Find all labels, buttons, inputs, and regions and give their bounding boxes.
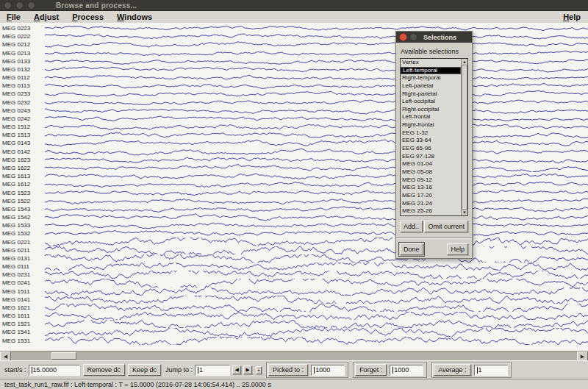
channel-label: MEG 1543: [0, 206, 45, 213]
selection-list-item[interactable]: Right-parietal: [401, 90, 461, 99]
list-scrollbar-thumb[interactable]: [462, 65, 467, 210]
forget-button[interactable]: Forget :: [355, 364, 387, 376]
selection-list-item[interactable]: EEG 97-128: [401, 153, 461, 161]
list-vertical-scrollbar[interactable]: ▲ ▼: [461, 59, 467, 215]
list-scroll-up-icon[interactable]: ▲: [462, 59, 467, 65]
selection-list-item[interactable]: Left-frontal: [401, 113, 461, 121]
channel-row: MEG 0142: [0, 148, 588, 156]
channel-row: MEG 1522: [0, 197, 588, 205]
text-caret: [32, 367, 32, 374]
channel-row: MEG 0241: [0, 279, 588, 287]
channel-trace: [45, 139, 588, 147]
selection-list-item[interactable]: MEG 21-24: [401, 200, 461, 208]
selections-list[interactable]: VertexLeft-temporalRight-temporalLeft-pa…: [401, 59, 461, 215]
channel-trace: [45, 197, 588, 205]
selection-list-item[interactable]: Right-temporal: [401, 74, 461, 82]
average-input[interactable]: 1: [474, 365, 508, 376]
start-input[interactable]: 15.0000: [29, 365, 80, 376]
plus-button[interactable]: +: [256, 366, 262, 374]
channel-row: MEG 0221: [0, 238, 588, 246]
dialog-menu-icon[interactable]: [409, 33, 417, 41]
forget-input[interactable]: 1000: [390, 365, 423, 376]
channel-label: MEG 0231: [0, 271, 45, 278]
picked-to-input[interactable]: 1000: [311, 365, 345, 376]
add-button[interactable]: Add..: [400, 221, 423, 232]
menu-adjust[interactable]: Adjust: [27, 13, 65, 21]
scrollbar-thumb[interactable]: [51, 352, 76, 360]
selection-list-item[interactable]: EEG 33-64: [401, 137, 461, 145]
trace-area[interactable]: MEG 0223MEG 0222MEG 0212MEG 0213MEG 0133…: [0, 23, 588, 351]
close-icon[interactable]: [4, 1, 12, 10]
selection-list-item[interactable]: MEG 01-04: [401, 160, 461, 168]
channel-row: MEG 0132: [0, 65, 588, 74]
channel-trace: [45, 312, 588, 320]
menu-windows[interactable]: Windows: [110, 13, 159, 21]
menu-file[interactable]: File: [0, 13, 27, 21]
picked-to-button[interactable]: Picked to :: [268, 364, 308, 376]
channel-label: MEG 0143: [0, 140, 45, 146]
channel-row: MEG 1531: [0, 337, 588, 345]
selection-list-item[interactable]: MEG 25-26: [401, 207, 461, 215]
selections-dialog[interactable]: Selections Available selections VertexLe…: [395, 31, 473, 259]
step-back-icon[interactable]: ◀: [232, 365, 241, 374]
selection-list-item[interactable]: Vertex: [401, 59, 461, 67]
channel-label: MEG 1531: [0, 338, 45, 344]
channel-trace: [45, 304, 588, 312]
dialog-body: Available selections VertexLeft-temporal…: [396, 43, 472, 258]
channel-trace: [45, 328, 588, 336]
channel-label: MEG 1511: [0, 288, 45, 295]
selection-list-item[interactable]: Right-occipital: [401, 106, 461, 114]
keep-dc-button[interactable]: Keep dc: [128, 364, 161, 376]
remove-dc-button[interactable]: Remove dc: [83, 364, 126, 376]
channel-trace: [45, 221, 588, 229]
minimize-icon[interactable]: [15, 1, 24, 10]
help-button[interactable]: Help: [447, 243, 468, 255]
list-scroll-down-icon[interactable]: ▼: [462, 210, 467, 215]
channel-row: MEG 1623: [0, 156, 588, 164]
scrollbar-track[interactable]: [11, 351, 577, 360]
window-titlebar[interactable]: Browse and process...: [0, 0, 588, 11]
channel-row: MEG 1543: [0, 205, 588, 213]
channel-trace: [45, 74, 588, 82]
selection-list-item[interactable]: MEG 17-20: [401, 192, 461, 200]
selection-list-item[interactable]: Right-frontal: [401, 121, 461, 129]
selection-list-item[interactable]: EEG 65-96: [401, 145, 461, 153]
step-forward-icon[interactable]: ▶: [243, 365, 252, 374]
channel-trace: [45, 246, 588, 254]
channel-label: MEG 1512: [0, 124, 45, 130]
dialog-titlebar[interactable]: Selections: [396, 32, 472, 43]
horizontal-scrollbar[interactable]: ◀ ▶: [0, 351, 588, 360]
menu-process[interactable]: Process: [65, 13, 110, 21]
channel-label: MEG 1622: [0, 165, 45, 171]
forget-group: Forget : 1000: [353, 362, 427, 378]
jump-to-input[interactable]: 1: [195, 365, 230, 376]
channel-trace: [45, 229, 588, 238]
channel-label: MEG 0223: [0, 25, 45, 32]
omit-current-button[interactable]: Omit current: [424, 221, 468, 232]
maximize-icon[interactable]: [27, 1, 35, 10]
channel-label: MEG 0212: [0, 41, 45, 48]
channel-label: MEG 1613: [0, 173, 45, 179]
selection-list-item[interactable]: Left-occipital: [401, 98, 461, 106]
channel-label: MEG 1541: [0, 329, 45, 335]
selection-list-item[interactable]: MEG 13-16: [401, 184, 461, 192]
channel-trace: [45, 271, 588, 279]
selection-list-item[interactable]: EEG 1-32: [401, 129, 461, 138]
average-button[interactable]: Average :: [434, 364, 470, 376]
channel-trace: [45, 296, 588, 304]
channel-row: MEG 0143: [0, 139, 588, 147]
window-title: Browse and process...: [56, 1, 137, 10]
channel-trace: [45, 279, 588, 287]
channel-label: MEG 1513: [0, 132, 45, 138]
menu-help[interactable]: Help: [556, 13, 588, 21]
channel-row: MEG 1542: [0, 213, 588, 221]
channel-trace: [45, 148, 588, 156]
selection-list-item[interactable]: Left-temporal: [401, 67, 461, 75]
selection-list-item[interactable]: MEG 09-12: [401, 176, 461, 185]
dialog-close-icon[interactable]: [399, 33, 407, 41]
channel-row: MEG 0232: [0, 99, 588, 107]
selection-list-item[interactable]: MEG 05-08: [401, 168, 461, 176]
control-bar: start/s : 15.0000 Remove dc Keep dc Jump…: [0, 360, 588, 379]
done-button[interactable]: Done: [400, 243, 423, 255]
selection-list-item[interactable]: Left-parietal: [401, 82, 461, 90]
